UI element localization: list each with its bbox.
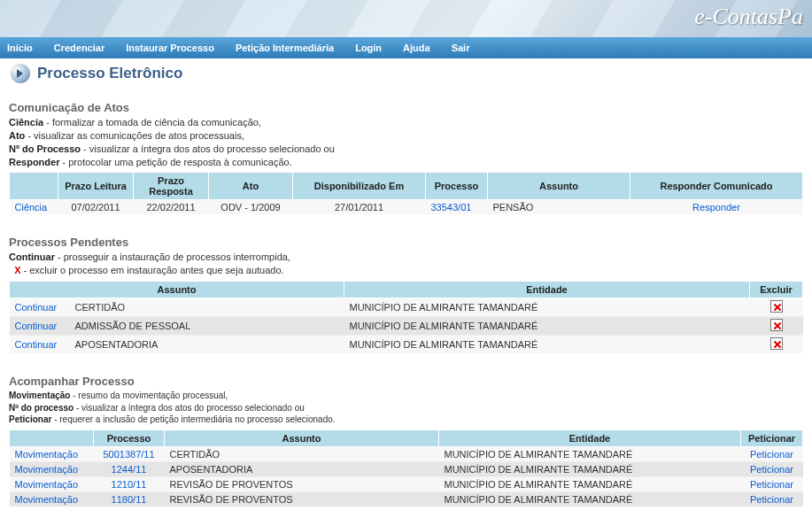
cell-assunto: REVISÃO DE PROVENTOS — [165, 476, 439, 491]
desc-nproc2-b: Nº do processo — [9, 403, 73, 413]
desc-continuar-b: Continuar — [9, 251, 55, 262]
desc-nproc-t: - visualizar a íntegra dos atos do proce… — [81, 143, 335, 154]
link-peticionar[interactable]: Peticionar — [750, 464, 793, 475]
th-assunto2: Assunto — [165, 429, 439, 446]
desc-nproc-b: Nº do Processo — [9, 143, 81, 154]
nav-peticao-intermediaria[interactable]: Petição Intermediária — [236, 43, 334, 53]
cell-entidade: MUNICÍPIO DE ALMIRANTE TAMANDARÉ — [439, 476, 741, 491]
desc-mov-b: Movimentação — [9, 391, 70, 400]
table-row: Continuar ADMISSÃO DE PESSOAL MUNICÍPIO … — [10, 317, 803, 336]
section-title-acompanhar: Acompanhar Processo — [9, 375, 803, 388]
page-title-row: Processo Eletrônico — [0, 58, 812, 99]
nav-login[interactable]: Login — [355, 43, 382, 53]
cell-assunto: CERTIDÃO — [165, 446, 439, 461]
desc-comunicacao: Ciência - formalizar a tomada de ciência… — [9, 116, 803, 168]
th-disponibilizado: Disponibilizado Em — [293, 173, 426, 200]
table-row: Continuar APOSENTADORIA MUNICÍPIO DE ALM… — [10, 336, 803, 354]
th-blank — [10, 173, 58, 200]
cell-assunto: ADMISSÃO DE PESSOAL — [70, 317, 344, 336]
desc-continuar-t: - prosseguir a instauração de processos … — [55, 251, 290, 262]
link-continuar[interactable]: Continuar — [15, 339, 58, 350]
th-processo: Processo — [426, 173, 488, 200]
cell-assunto: APOSENTADORIA — [165, 461, 439, 476]
desc-mov-t: - resumo da movimentação processual, — [70, 391, 228, 400]
th-entidade2: Entidade — [439, 429, 741, 446]
desc-nproc2-t: - visualizar a íntegra dos atos do proce… — [73, 403, 305, 413]
th-excluir-pend: Excluir — [750, 282, 803, 298]
th-prazo-leitura: Prazo Leitura — [58, 173, 134, 200]
delete-icon[interactable] — [770, 337, 783, 350]
cell-assunto: PENSÃO — [488, 200, 630, 215]
table-row: Movimentação 1244/11 APOSENTADORIA MUNIC… — [10, 461, 803, 476]
nav-sair[interactable]: Sair — [452, 43, 470, 53]
cell-ato: ODV - 1/2009 — [209, 200, 293, 215]
delete-icon[interactable] — [770, 319, 783, 331]
desc-x-t: - excluir o processo em instauração ante… — [20, 265, 283, 275]
top-nav: Início Credenciar Instaurar Processo Pet… — [0, 37, 812, 58]
page-title: Processo Eletrônico — [37, 65, 182, 82]
section-acompanhar-processo: Acompanhar Processo Movimentação - resum… — [9, 375, 803, 507]
cell-entidade: MUNICÍPIO DE ALMIRANTE TAMANDARÉ — [439, 446, 741, 461]
link-processo[interactable]: 33543/01 — [431, 202, 472, 213]
table-comunicacao: Prazo Leitura Prazo Resposta Ato Disponi… — [9, 172, 803, 214]
desc-pet-t: - requerer a inclusão de petição interme… — [51, 414, 335, 424]
cell-assunto: APOSENTADORIA — [70, 336, 344, 354]
brand-logo: e-ContasPa — [694, 4, 803, 30]
section-title-pendentes: Processos Pendentes — [9, 236, 803, 249]
link-processo-num[interactable]: 1210/11 — [112, 479, 147, 490]
table-row: Movimentação 5001387/11 CERTIDÃO MUNICÍP… — [10, 446, 803, 461]
nav-inicio[interactable]: Início — [7, 43, 33, 53]
th-ato: Ato — [209, 173, 293, 200]
delete-icon[interactable] — [770, 300, 783, 313]
link-responder[interactable]: Responder — [692, 202, 740, 213]
link-processo-num[interactable]: 1180/11 — [112, 494, 147, 505]
link-processo-num[interactable]: 1244/11 — [112, 464, 147, 475]
cell-entidade: MUNICÍPIO DE ALMIRANTE TAMANDARÉ — [439, 491, 741, 507]
th-responder: Responder Comunicado — [630, 173, 803, 200]
link-continuar[interactable]: Continuar — [15, 302, 58, 313]
cell-prazo-leitura: 07/02/2011 — [58, 200, 134, 215]
desc-ato-b: Ato — [9, 130, 25, 141]
table-row: Ciência 07/02/2011 22/02/2011 ODV - 1/20… — [10, 200, 803, 215]
cell-entidade: MUNICÍPIO DE ALMIRANTE TAMANDARÉ — [344, 336, 750, 354]
th-peticionar: Peticionar — [741, 429, 803, 446]
table-row: Movimentação 1180/11 REVISÃO DE PROVENTO… — [10, 491, 803, 507]
link-movimentacao[interactable]: Movimentação — [15, 494, 79, 505]
nav-credenciar[interactable]: Credenciar — [54, 43, 104, 53]
link-peticionar[interactable]: Peticionar — [750, 479, 793, 490]
cell-assunto: REVISÃO DE PROVENTOS — [165, 491, 439, 507]
arrow-right-circle-icon — [11, 64, 30, 83]
desc-pet-b: Peticionar — [9, 414, 51, 424]
th-entidade-pend: Entidade — [344, 282, 750, 298]
cell-entidade: MUNICÍPIO DE ALMIRANTE TAMANDARÉ — [344, 298, 750, 317]
nav-instaurar-processo[interactable]: Instaurar Processo — [126, 43, 214, 53]
desc-pendentes: Continuar - prosseguir a instauração de … — [9, 251, 803, 277]
table-row: Movimentação 1210/11 REVISÃO DE PROVENTO… — [10, 476, 803, 491]
desc-resp-b: Responder — [9, 157, 59, 167]
table-row: Continuar CERTIDÃO MUNICÍPIO DE ALMIRANT… — [10, 298, 803, 317]
cell-entidade: MUNICÍPIO DE ALMIRANTE TAMANDARÉ — [344, 317, 750, 336]
desc-ciencia-b: Ciência — [9, 117, 43, 128]
link-movimentacao[interactable]: Movimentação — [15, 449, 79, 460]
link-peticionar[interactable]: Peticionar — [750, 494, 793, 505]
table-acompanhar: Processo Assunto Entidade Peticionar Mov… — [9, 429, 803, 507]
table-pendentes: Assunto Entidade Excluir Continuar CERTI… — [9, 281, 803, 353]
th-assunto: Assunto — [488, 173, 630, 200]
link-movimentacao[interactable]: Movimentação — [15, 479, 79, 490]
desc-acompanhar: Movimentação - resumo da movimentação pr… — [9, 390, 803, 426]
link-processo-num[interactable]: 5001387/11 — [103, 449, 154, 460]
link-movimentacao[interactable]: Movimentação — [15, 464, 79, 475]
nav-ajuda[interactable]: Ajuda — [403, 43, 430, 53]
th-prazo-resposta: Prazo Resposta — [134, 173, 209, 200]
link-peticionar[interactable]: Peticionar — [750, 449, 793, 460]
header-banner: e-ContasPa — [0, 0, 812, 37]
th-assunto-pend: Assunto — [10, 282, 344, 298]
cell-entidade: MUNICÍPIO DE ALMIRANTE TAMANDARÉ — [439, 461, 741, 476]
cell-prazo-resposta: 22/02/2011 — [134, 200, 209, 215]
section-processos-pendentes: Processos Pendentes Continuar - prossegu… — [9, 236, 803, 353]
desc-resp-t: - protocolar uma petição de resposta à c… — [59, 157, 291, 167]
desc-ciencia-t: - formalizar a tomada de ciência da comu… — [43, 117, 261, 128]
link-ciencia[interactable]: Ciência — [15, 202, 48, 213]
cell-assunto: CERTIDÃO — [70, 298, 344, 317]
link-continuar[interactable]: Continuar — [15, 321, 58, 331]
